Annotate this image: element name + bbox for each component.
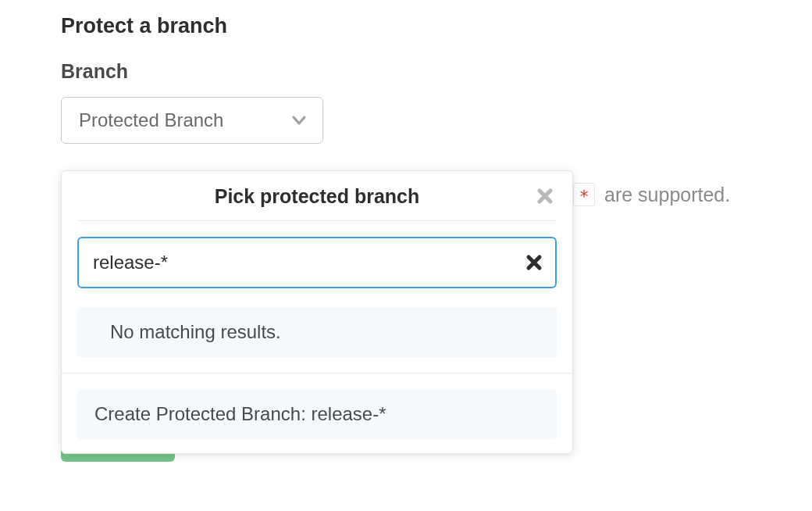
branch-dropdown-toggle[interactable]: Protected Branch: [61, 97, 323, 144]
section-title: Protect a branch: [61, 14, 347, 38]
dropdown-toggle-label: Protected Branch: [79, 109, 223, 131]
create-protected-branch-option[interactable]: Create Protected Branch: release-*: [77, 389, 557, 439]
wildcard-asterisk-badge: *: [573, 183, 595, 206]
dropdown-panel-title: Pick protected branch: [77, 185, 557, 208]
wildcard-supported-text: are supported.: [604, 184, 730, 206]
branch-dropdown-panel: Pick protected branch No matching result…: [61, 170, 573, 454]
divider: [77, 220, 557, 221]
clear-input-icon[interactable]: [525, 254, 543, 271]
close-icon[interactable]: [536, 188, 554, 205]
divider: [62, 373, 572, 373]
branch-field-label: Branch: [61, 60, 347, 83]
no-matching-results: No matching results.: [77, 307, 557, 357]
chevron-down-icon: [291, 113, 307, 128]
branch-search-input[interactable]: [77, 237, 557, 288]
